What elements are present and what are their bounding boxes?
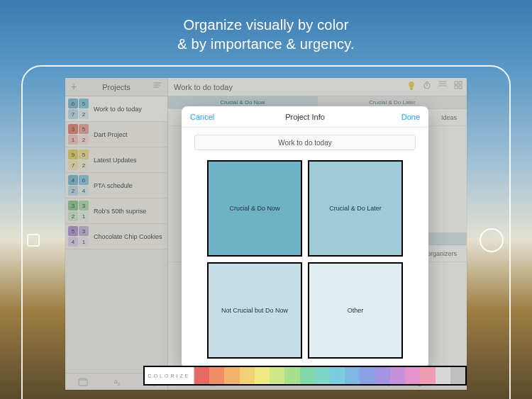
quadrant-tile[interactable]: Other [308,262,403,359]
color-swatch[interactable] [270,367,284,384]
color-swatch[interactable] [450,367,465,384]
modal-header: Cancel Project Info Done [182,106,428,128]
colorize-palette: COLORIZE [143,366,467,386]
color-swatch[interactable] [405,367,420,384]
ipad-home-button[interactable] [480,228,504,252]
color-swatch[interactable] [194,367,209,384]
project-info-modal: Cancel Project Info Done Crucial & Do No… [182,106,428,369]
marketing-headline: Organize visually by color & by importan… [0,16,532,54]
app-screen: + Projects 6572Work to do today3512Dart … [65,78,467,390]
headline-line-2: & by importance & urgency. [0,35,532,54]
color-swatch[interactable] [209,367,224,384]
color-swatch[interactable] [255,367,270,384]
color-swatch[interactable] [330,367,345,384]
done-button[interactable]: Done [401,113,420,121]
color-swatch[interactable] [284,367,299,384]
color-swatch[interactable] [360,367,375,384]
cancel-button[interactable]: Cancel [190,113,214,121]
project-name-input[interactable] [194,135,416,150]
ipad-home-indicator-left [27,234,40,247]
headline-line-1: Organize visually by color [0,16,532,35]
quadrant-tile[interactable]: Crucial & Do Now [207,160,302,257]
quadrant-tile[interactable]: Not Crucial but Do Now [207,262,302,359]
color-swatch[interactable] [375,367,390,384]
color-swatch[interactable] [224,367,239,384]
color-swatch[interactable] [240,367,255,384]
color-swatch[interactable] [390,367,405,384]
color-swatch[interactable] [345,367,360,384]
color-swatch[interactable] [436,367,450,384]
quadrant-tile[interactable]: Crucial & Do Later [308,160,403,257]
colorize-label: COLORIZE [145,367,194,384]
color-swatch[interactable] [315,367,330,384]
color-swatch[interactable] [420,367,435,384]
modal-title: Project Info [285,113,325,121]
color-swatch[interactable] [300,367,315,384]
